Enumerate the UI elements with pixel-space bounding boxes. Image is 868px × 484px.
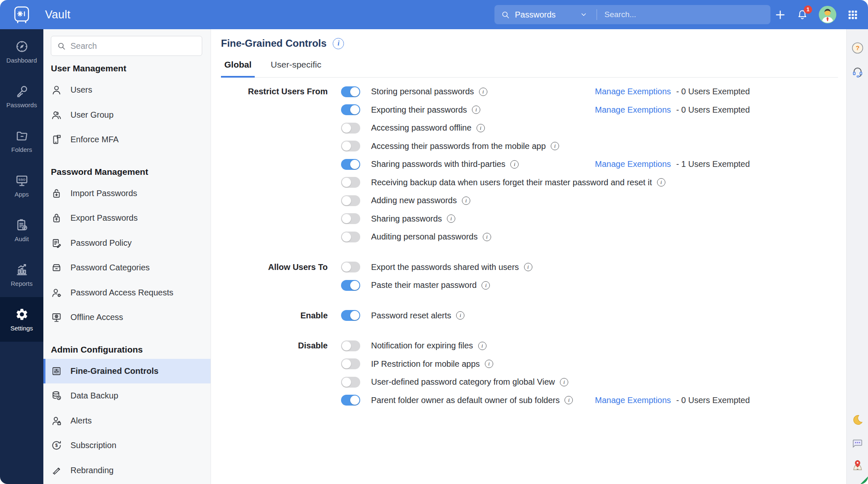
- rail-item-label: Dashboard: [6, 57, 37, 64]
- info-icon[interactable]: i: [478, 342, 487, 350]
- rail-item[interactable]: SSO Apps: [0, 163, 43, 208]
- rail-item-label: Settings: [10, 325, 33, 332]
- toggle-switch[interactable]: [341, 195, 360, 206]
- utility-button[interactable]: [851, 66, 864, 78]
- toggle-switch[interactable]: [341, 141, 360, 151]
- manage-exemptions-link[interactable]: Manage Exemptions: [595, 396, 671, 405]
- chevron-down-icon[interactable]: [580, 11, 587, 18]
- info-icon[interactable]: i: [485, 360, 493, 368]
- toggle-knob: [342, 214, 351, 223]
- info-icon[interactable]: i: [657, 178, 665, 187]
- user-avatar[interactable]: [819, 6, 836, 23]
- data-backup-icon: [51, 390, 62, 401]
- rail-item[interactable]: Audit: [0, 208, 43, 252]
- sidebar-search[interactable]: [51, 36, 202, 56]
- toggle-knob: [350, 160, 359, 169]
- rail-item-label: Passwords: [6, 101, 37, 108]
- toggle-switch[interactable]: [341, 395, 360, 406]
- sidebar-item[interactable]: Alerts: [43, 408, 211, 434]
- info-icon[interactable]: i: [477, 124, 485, 132]
- rail-item[interactable]: Reports: [0, 252, 43, 297]
- toggle-switch[interactable]: [341, 213, 360, 224]
- toggle-switch[interactable]: [341, 232, 360, 242]
- sidebar-item[interactable]: $ Subscription: [43, 433, 211, 458]
- info-icon[interactable]: i: [456, 311, 464, 320]
- info-icon[interactable]: i: [472, 106, 480, 114]
- info-icon[interactable]: i: [564, 396, 573, 404]
- manage-exemptions-link[interactable]: Manage Exemptions: [595, 87, 671, 96]
- sidebar-item[interactable]: Password Policy: [43, 231, 211, 256]
- toggle-switch[interactable]: [341, 159, 360, 170]
- exempted-count: - 1 Users Exempted: [676, 159, 750, 169]
- exemptions: Manage Exemptions - 0 Users Exempted: [595, 396, 750, 405]
- info-icon[interactable]: i: [479, 88, 487, 96]
- search-scope-label[interactable]: Passwords: [515, 10, 556, 20]
- manage-exemptions-link[interactable]: Manage Exemptions: [595, 105, 671, 114]
- utility-button[interactable]: [851, 414, 864, 426]
- sidebar-item[interactable]: Password Access Requests: [43, 280, 211, 305]
- toggle-switch[interactable]: [341, 358, 360, 369]
- info-icon[interactable]: i: [560, 378, 568, 386]
- utility-button[interactable]: [851, 459, 864, 471]
- info-icon[interactable]: i: [483, 233, 491, 241]
- rail-item[interactable]: Dashboard: [0, 29, 43, 74]
- add-button[interactable]: [775, 9, 786, 20]
- rail-item[interactable]: Folders: [0, 118, 43, 163]
- sidebar-item[interactable]: Import Passwords: [43, 181, 211, 206]
- info-icon[interactable]: i: [551, 142, 559, 150]
- toggle-switch[interactable]: [341, 177, 360, 188]
- sidebar-item-label: Alerts: [70, 416, 92, 426]
- sidebar-item[interactable]: Password Categories: [43, 255, 211, 280]
- rail-item[interactable]: Passwords: [0, 74, 43, 118]
- rail-item[interactable]: Settings: [0, 297, 43, 342]
- control-row: Adding new passwords i: [341, 192, 846, 210]
- sidebar-item[interactable]: Offline Access: [43, 305, 211, 330]
- rail-item-label: Audit: [15, 235, 29, 242]
- sidebar-search-input[interactable]: [70, 41, 196, 51]
- enforce-mfa-icon: [51, 134, 62, 145]
- info-icon[interactable]: i: [510, 160, 519, 169]
- info-icon[interactable]: i: [447, 214, 455, 223]
- rebranding-icon: [51, 465, 62, 476]
- utility-button[interactable]: ?: [851, 42, 864, 54]
- utility-button[interactable]: [851, 437, 864, 450]
- info-icon[interactable]: i: [524, 263, 532, 271]
- global-search[interactable]: Passwords: [494, 5, 770, 24]
- toggle-switch[interactable]: [341, 262, 360, 272]
- sidebar-item-label: Export Passwords: [70, 213, 138, 223]
- search-icon: [501, 10, 510, 19]
- toggle-switch[interactable]: [341, 104, 360, 115]
- app-launcher-button[interactable]: [847, 9, 858, 20]
- toggle-switch[interactable]: [341, 340, 360, 351]
- sidebar-item[interactable]: Enforce MFA: [43, 127, 211, 152]
- toggle-switch[interactable]: [341, 123, 360, 134]
- tab[interactable]: User-specific: [267, 56, 324, 77]
- sidebar-item[interactable]: Users: [43, 78, 211, 103]
- sidebar-item[interactable]: Data Backup: [43, 383, 211, 408]
- sidebar-item[interactable]: Export Passwords: [43, 206, 211, 231]
- toggle-switch[interactable]: [341, 280, 360, 291]
- notifications-button[interactable]: 1: [797, 9, 808, 20]
- manage-exemptions-link[interactable]: Manage Exemptions: [595, 159, 671, 169]
- toggle-knob: [350, 281, 359, 290]
- sidebar-item[interactable]: User Group: [43, 103, 211, 128]
- vault-logo[interactable]: [0, 5, 43, 24]
- sidebar-item[interactable]: Fine-Grained Controls: [43, 359, 211, 384]
- info-icon[interactable]: i: [333, 38, 344, 49]
- chat-widget-corner[interactable]: [860, 476, 868, 484]
- toggle-knob: [342, 232, 351, 242]
- info-icon[interactable]: i: [462, 197, 470, 205]
- sidebar-item[interactable]: Rebranding: [43, 458, 211, 483]
- toggle-switch[interactable]: [341, 310, 360, 321]
- toggle-switch[interactable]: [341, 86, 360, 97]
- apps-grid-icon: [847, 9, 858, 20]
- sidebar-item-label: Offline Access: [70, 313, 123, 322]
- toggle-switch[interactable]: [341, 377, 360, 388]
- search-input[interactable]: [605, 10, 764, 19]
- tab[interactable]: Global: [221, 56, 255, 78]
- control-label: Export the passwords shared with users: [371, 262, 519, 272]
- info-icon[interactable]: i: [482, 281, 490, 290]
- control-row: Storing personal passwords i Manage Exem…: [341, 83, 846, 101]
- control-row: Sharing passwords with third-parties i M…: [341, 155, 846, 174]
- control-label: Sharing passwords with third-parties: [371, 159, 505, 169]
